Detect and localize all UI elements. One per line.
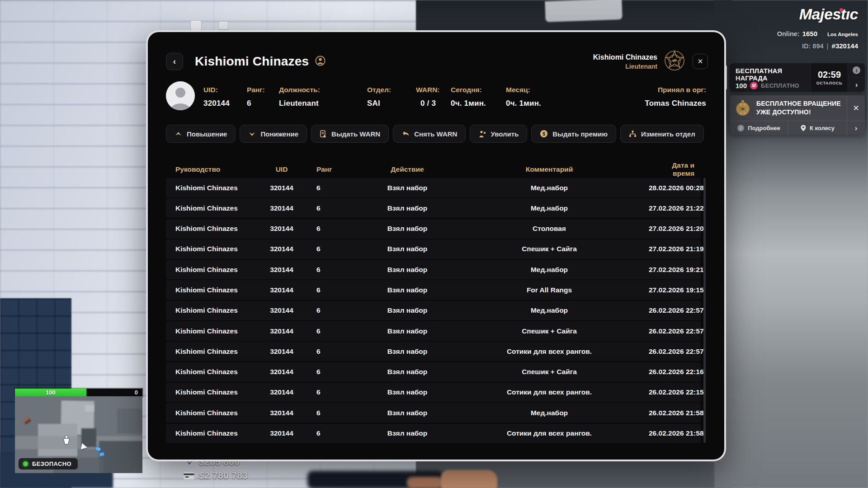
remove-warn-button[interactable]: Снять WARN bbox=[393, 125, 466, 143]
action-buttons-row: Повышение Понижение Выдать WARN Снять WA… bbox=[166, 125, 704, 143]
promote-button[interactable]: Повышение bbox=[166, 125, 236, 143]
cell-action: Взял набор bbox=[365, 204, 450, 212]
cell-comment: Сотики для всех рангов. bbox=[450, 388, 649, 396]
safe-zone-badge: БЕЗОПАСНО bbox=[19, 458, 78, 469]
cell-comment: Мед.набор bbox=[450, 204, 649, 212]
cell-rank: 6 bbox=[313, 306, 365, 314]
cell-leader: Kishiomi Chinazes bbox=[175, 306, 250, 314]
fire-button[interactable]: Уволить bbox=[470, 125, 527, 143]
cell-datetime: 28.02.2026 00:28 bbox=[649, 184, 704, 192]
majestic-coin-icon: M bbox=[750, 82, 758, 89]
info-today: Сегодня: 0ч. 1мин. bbox=[451, 86, 486, 108]
log-table-header: Руководство UID Ранг Действие Комментари… bbox=[166, 161, 701, 176]
info-department-value: SAI bbox=[367, 99, 391, 108]
cell-comment: Мед.набор bbox=[450, 184, 649, 192]
info-department: Отдел: SAI bbox=[367, 86, 391, 108]
chevron-right-icon: › bbox=[855, 81, 858, 89]
free-spin-main: БЕСПЛАТНОЕ ВРАЩЕНИЕ УЖЕ ДОСТУПНО! bbox=[730, 95, 847, 121]
member-name: Kishiomi Chinazes bbox=[593, 53, 657, 61]
info-warn-value: 0 / 3 bbox=[420, 99, 440, 108]
give-warn-button[interactable]: Выдать WARN bbox=[311, 125, 389, 143]
info-warn: WARN: 0 / 3 bbox=[416, 86, 440, 108]
cell-datetime: 27.02.2026 19:15 bbox=[649, 286, 704, 294]
player-id: ID: 894 bbox=[802, 42, 824, 50]
back-button[interactable]: ‹ bbox=[166, 53, 183, 70]
cell-rank: 6 bbox=[313, 368, 365, 376]
reward-timer: 02:59 ОСТАЛОСЬ bbox=[811, 63, 848, 92]
table-row: Kishiomi Chinazes 320144 6 Взял набор Сп… bbox=[166, 321, 701, 341]
info-rank-value: 6 bbox=[247, 99, 265, 108]
player-id-row: ID: 894 | #320144 bbox=[802, 42, 858, 50]
header-comment: Комментарий bbox=[450, 165, 649, 174]
cell-leader: Kishiomi Chinazes bbox=[175, 388, 250, 396]
table-row: Kishiomi Chinazes 320144 6 Взял набор Ст… bbox=[166, 219, 701, 239]
demote-button[interactable]: Понижение bbox=[240, 125, 307, 143]
table-scrollbar[interactable] bbox=[703, 178, 706, 443]
cell-rank: 6 bbox=[313, 347, 365, 356]
reward-next-button[interactable]: › bbox=[848, 78, 865, 92]
avatar bbox=[166, 81, 195, 110]
cell-action: Взял набор bbox=[365, 184, 450, 192]
close-icon: ✕ bbox=[853, 103, 859, 113]
cell-rank: 6 bbox=[313, 429, 365, 437]
change-department-button[interactable]: Изменить отдел bbox=[620, 125, 704, 143]
armor-value: 0 bbox=[135, 389, 138, 396]
reward-info-button[interactable]: i bbox=[848, 63, 865, 77]
spin-close-button[interactable]: ✕ bbox=[847, 95, 865, 121]
info-month: Месяц: 0ч. 1мин. bbox=[506, 86, 541, 108]
table-row: Kishiomi Chinazes 320144 6 Взял набор Ме… bbox=[166, 301, 701, 320]
chevron-right-icon: › bbox=[855, 124, 858, 132]
cell-comment: Спешик + Сайга bbox=[450, 327, 649, 335]
close-button[interactable]: ✕ bbox=[693, 54, 708, 69]
cell-datetime: 26.02.2026 22:57 bbox=[649, 306, 704, 314]
timer-label: ОСТАЛОСЬ bbox=[816, 81, 843, 85]
minimap-map: БЕЗОПАСНО bbox=[15, 396, 142, 473]
org-tree-icon bbox=[629, 130, 637, 137]
log-table-body: Kishiomi Chinazes 320144 6 Взял набор Ме… bbox=[166, 178, 701, 444]
cell-comment: Сотики для всех рангов. bbox=[450, 347, 649, 356]
table-row: Kishiomi Chinazes 320144 6 Взял набор Со… bbox=[166, 424, 701, 443]
spin-details-button[interactable]: i Подробнее bbox=[730, 121, 788, 135]
cell-action: Взял набор bbox=[365, 286, 450, 294]
free-spin-line1: БЕСПЛАТНОЕ ВРАЩЕНИЕ bbox=[756, 99, 841, 108]
cell-comment: Мед.набор bbox=[450, 409, 649, 417]
cell-leader: Kishiomi Chinazes bbox=[175, 225, 250, 233]
go-to-wheel-button[interactable]: К колесу bbox=[788, 121, 847, 135]
cell-uid: 320144 bbox=[250, 306, 313, 314]
free-reward-main: БЕСПЛАТНАЯ НАГРАДА 100 M БЕСПЛАТНО bbox=[730, 63, 811, 92]
cell-comment: Спешик + Сайга bbox=[450, 245, 649, 253]
scene-light-switch bbox=[191, 21, 201, 30]
cell-comment: Мед.набор bbox=[450, 266, 649, 274]
map-marker-icon bbox=[23, 417, 31, 424]
table-row: Kishiomi Chinazes 320144 6 Взял набор Ме… bbox=[166, 260, 701, 279]
faction-emblem-icon bbox=[664, 50, 685, 73]
info-rank-label: Ранг: bbox=[247, 86, 265, 94]
info-month-value: 0ч. 1мин. bbox=[506, 99, 541, 108]
cell-datetime: 26.02.2026 22:57 bbox=[649, 327, 704, 335]
info-icon: i bbox=[737, 125, 744, 131]
info-uid-label: UID: bbox=[203, 86, 230, 94]
info-position: Должность: Lieutenant bbox=[279, 86, 320, 108]
cell-datetime: 26.02.2026 22:15 bbox=[649, 388, 704, 396]
cell-leader: Kishiomi Chinazes bbox=[175, 429, 250, 437]
safe-zone-dot-icon bbox=[23, 461, 28, 466]
cell-rank: 6 bbox=[313, 388, 365, 396]
free-spin-card: БЕСПЛАТНОЕ ВРАЩЕНИЕ УЖЕ ДОСТУПНО! i Подр… bbox=[730, 95, 865, 135]
cell-action: Взял набор bbox=[365, 245, 450, 253]
table-row: Kishiomi Chinazes 320144 6 Взял набор Ме… bbox=[166, 403, 701, 422]
majestic-logo: Majestıc bbox=[799, 5, 858, 23]
location-pin-icon bbox=[801, 125, 806, 131]
scene-character-hand bbox=[407, 477, 443, 488]
table-row: Kishiomi Chinazes 320144 6 Взял набор Со… bbox=[166, 383, 701, 402]
cell-uid: 320144 bbox=[250, 184, 313, 192]
armor-bar: 0 bbox=[86, 389, 142, 396]
give-bonus-button[interactable]: $ Выдать премию bbox=[531, 125, 616, 143]
spin-next-button[interactable]: › bbox=[847, 121, 865, 135]
cell-leader: Kishiomi Chinazes bbox=[175, 327, 250, 335]
header-datetime: Дата и время bbox=[649, 161, 694, 178]
logo-pink-dot-icon bbox=[840, 8, 843, 12]
scene-light-switch bbox=[219, 22, 228, 29]
scene-ceiling-vent bbox=[545, 0, 623, 22]
status-bars: 100 0 bbox=[15, 389, 142, 396]
cell-action: Взял набор bbox=[365, 368, 450, 376]
